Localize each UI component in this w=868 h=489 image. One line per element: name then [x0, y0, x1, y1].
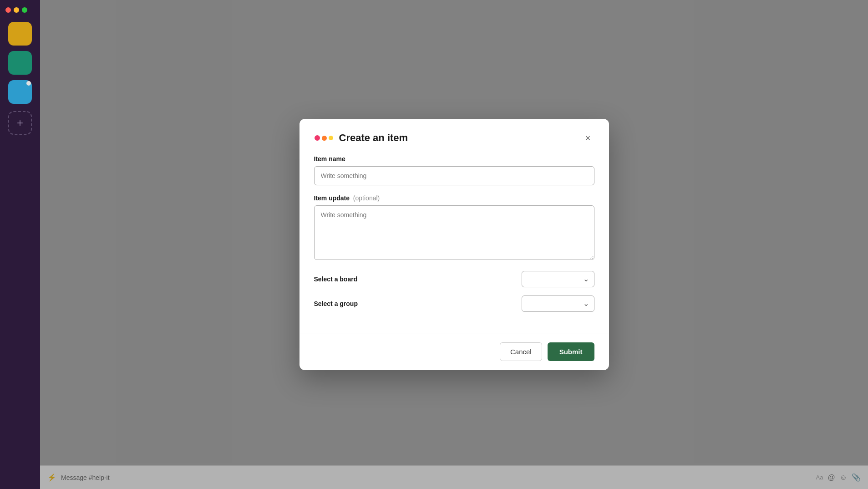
- select-board-wrapper: [522, 271, 594, 287]
- create-item-dialog: Create an item × Item name Item update (…: [299, 119, 609, 370]
- select-board-label: Select a board: [314, 275, 358, 283]
- close-button[interactable]: ×: [582, 132, 594, 144]
- notification-dot: [26, 81, 31, 86]
- logo-dot-pink: [315, 135, 320, 141]
- item-update-label: Item update (optional): [314, 194, 594, 202]
- logo-dot-yellow: [329, 136, 333, 140]
- item-update-textarea[interactable]: [314, 205, 594, 260]
- item-name-input[interactable]: [314, 166, 594, 185]
- sidebar-item-blue[interactable]: [8, 80, 32, 104]
- sidebar-item-yellow[interactable]: [8, 22, 32, 46]
- cancel-button[interactable]: Cancel: [500, 342, 542, 361]
- item-name-label: Item name: [314, 155, 594, 163]
- select-group-row: Select a group: [314, 295, 594, 312]
- main-area: Create an item × Item name Item update (…: [40, 0, 868, 489]
- sidebar: +: [0, 0, 40, 489]
- traffic-light-close[interactable]: [5, 7, 11, 13]
- traffic-lights: [0, 7, 27, 13]
- select-group-wrapper: [522, 295, 594, 312]
- add-workspace-button[interactable]: +: [8, 111, 32, 135]
- traffic-light-maximize[interactable]: [22, 7, 27, 13]
- traffic-light-minimize[interactable]: [14, 7, 19, 13]
- logo-dot-orange: [322, 136, 327, 141]
- dialog-footer: Cancel Submit: [299, 333, 609, 370]
- select-group-label: Select a group: [314, 300, 358, 307]
- plus-icon: +: [17, 117, 23, 129]
- modal-overlay: Create an item × Item name Item update (…: [40, 0, 868, 489]
- sidebar-item-teal[interactable]: [8, 51, 32, 75]
- optional-text: (optional): [353, 194, 380, 202]
- dialog-title: Create an item: [339, 132, 408, 144]
- select-board-row: Select a board: [314, 271, 594, 287]
- dialog-body: Create an item × Item name Item update (…: [299, 119, 609, 333]
- monday-logo: [314, 135, 334, 141]
- dialog-header: Create an item ×: [314, 132, 594, 144]
- dialog-title-group: Create an item: [314, 132, 408, 144]
- select-board-dropdown[interactable]: [522, 271, 594, 287]
- submit-button[interactable]: Submit: [548, 342, 594, 361]
- select-group-dropdown[interactable]: [522, 295, 594, 312]
